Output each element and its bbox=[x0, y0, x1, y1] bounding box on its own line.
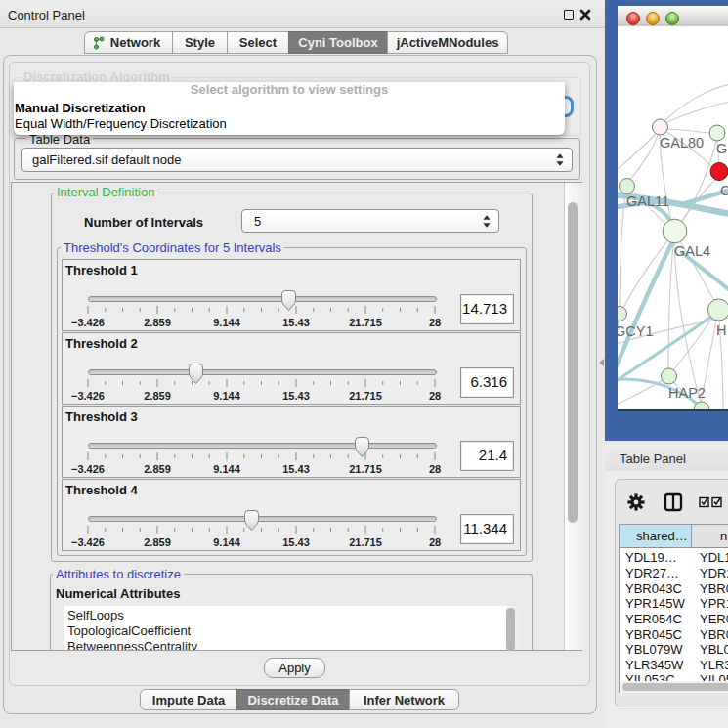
svg-text:HAP2: HAP2 bbox=[668, 385, 706, 401]
svg-text:GAL11: GAL11 bbox=[626, 193, 669, 209]
svg-text:GAL80: GAL80 bbox=[660, 135, 704, 150]
svg-text:H: H bbox=[716, 322, 726, 338]
svg-text:C: C bbox=[720, 183, 728, 198]
svg-text:GCY1: GCY1 bbox=[618, 323, 654, 339]
svg-text:GAL4: GAL4 bbox=[674, 243, 710, 259]
svg-text:G.: G. bbox=[716, 141, 728, 156]
